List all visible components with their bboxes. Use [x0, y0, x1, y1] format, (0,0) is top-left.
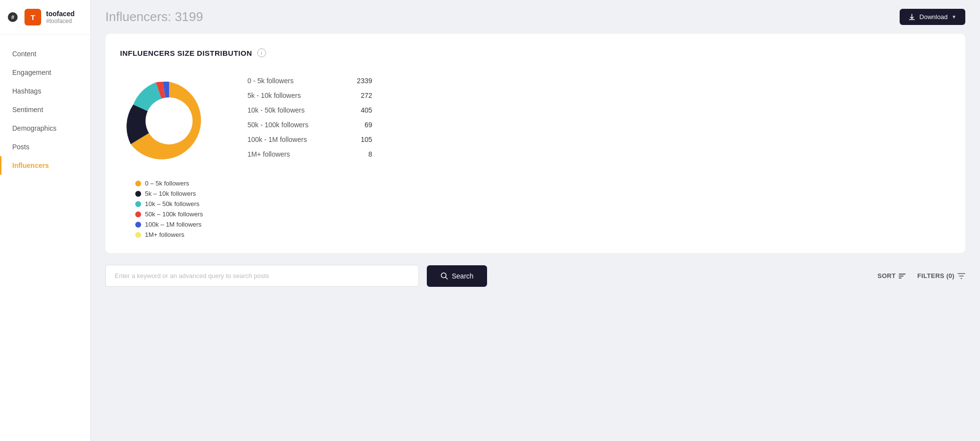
hashtag-icon: #: [8, 12, 18, 22]
stats-row-4: 100k - 1M followers 105: [247, 136, 372, 143]
sidebar-item-influencers[interactable]: Influencers: [0, 156, 90, 175]
sidebar-item-demographics[interactable]: Demographics: [0, 119, 90, 138]
stats-label-0: 0 - 5k followers: [247, 77, 294, 85]
legend-label-10k-50k: 10k – 50k followers: [145, 200, 199, 208]
chevron-down-icon: ▼: [952, 14, 956, 20]
sort-icon: [899, 274, 906, 279]
download-icon: [908, 14, 915, 21]
sidebar-item-posts[interactable]: Posts: [0, 138, 90, 156]
legend-label-0-5k: 0 – 5k followers: [145, 180, 189, 187]
stats-label-2: 10k - 50k followers: [247, 106, 305, 114]
search-icon: [441, 272, 448, 279]
stats-value-3: 69: [348, 121, 372, 129]
nav-menu: Content Engagement Hashtags Sentiment De…: [0, 35, 90, 185]
stats-row-5: 1M+ followers 8: [247, 150, 372, 158]
sidebar-item-content[interactable]: Content: [0, 45, 90, 63]
sidebar-item-hashtags[interactable]: Hashtags: [0, 82, 90, 100]
legend-item-10k-50k: 10k – 50k followers: [135, 200, 203, 208]
donut-chart: [120, 72, 218, 170]
filters-button[interactable]: FILTERS (0): [917, 272, 965, 280]
main-content: Influencers: 3199 Download ▼ INFLUENCERS…: [91, 0, 980, 441]
stats-row-2: 10k - 50k followers 405: [247, 106, 372, 114]
stats-value-4: 105: [348, 136, 372, 143]
legend-item-5k-10k: 5k – 10k followers: [135, 190, 203, 197]
legend-item-100k-1m: 100k – 1M followers: [135, 221, 203, 228]
chart-legend: 0 – 5k followers 5k – 10k followers 10k …: [135, 180, 203, 238]
stats-row-3: 50k - 100k followers 69: [247, 121, 372, 129]
content-area: INFLUENCERS SIZE DISTRIBUTION i: [91, 34, 980, 441]
stats-value-1: 272: [348, 92, 372, 99]
stats-label-3: 50k - 100k followers: [247, 121, 309, 129]
legend-dot-0-5k: [135, 181, 141, 186]
legend-label-5k-10k: 5k – 10k followers: [145, 190, 196, 197]
stats-value-5: 8: [348, 150, 372, 158]
card-title-row: INFLUENCERS SIZE DISTRIBUTION i: [120, 48, 951, 57]
stats-label-4: 100k - 1M followers: [247, 136, 307, 143]
legend-dot-50k-100k: [135, 211, 141, 217]
sidebar: # T toofaced #toofaced Content Engagemen…: [0, 0, 91, 441]
legend-dot-5k-10k: [135, 191, 141, 197]
sort-button[interactable]: SORT: [878, 272, 906, 279]
stats-row-0: 0 - 5k followers 2339: [247, 77, 372, 85]
legend-item-0-5k: 0 – 5k followers: [135, 180, 203, 187]
legend-label-50k-100k: 50k – 100k followers: [145, 210, 203, 218]
legend-label-100k-1m: 100k – 1M followers: [145, 221, 202, 228]
stats-value-2: 405: [348, 106, 372, 114]
filter-icon: [957, 272, 965, 280]
search-bar-container: Search SORT FILTERS (0): [105, 265, 965, 287]
brand-avatar: T: [24, 9, 41, 25]
sidebar-item-engagement[interactable]: Engagement: [0, 63, 90, 82]
brand-handle: #toofaced: [46, 18, 74, 24]
search-button[interactable]: Search: [427, 265, 487, 287]
brand-section: # T toofaced #toofaced: [0, 0, 90, 35]
page-title: Influencers: 3199: [105, 9, 203, 24]
page-header: Influencers: 3199 Download ▼: [91, 0, 980, 34]
legend-dot-1m+: [135, 232, 141, 238]
chart-left: 0 – 5k followers 5k – 10k followers 10k …: [120, 72, 218, 238]
stats-value-0: 2339: [348, 77, 372, 85]
brand-info: toofaced #toofaced: [46, 10, 74, 24]
stats-table: 0 - 5k followers 2339 5k - 10k followers…: [247, 77, 372, 158]
stats-row-1: 5k - 10k followers 272: [247, 92, 372, 99]
sidebar-item-sentiment[interactable]: Sentiment: [0, 100, 90, 119]
legend-dot-100k-1m: [135, 222, 141, 228]
stats-label-5: 1M+ followers: [247, 150, 290, 158]
brand-name: toofaced: [46, 10, 74, 18]
card-title: INFLUENCERS SIZE DISTRIBUTION: [120, 49, 252, 57]
search-input[interactable]: [105, 265, 419, 287]
legend-dot-10k-50k: [135, 201, 141, 207]
legend-label-1m+: 1M+ followers: [145, 231, 185, 238]
legend-item-1m+: 1M+ followers: [135, 231, 203, 238]
info-icon[interactable]: i: [257, 48, 266, 57]
chart-content: 0 – 5k followers 5k – 10k followers 10k …: [120, 72, 951, 238]
search-input-wrap: [105, 265, 419, 287]
legend-item-50k-100k: 50k – 100k followers: [135, 210, 203, 218]
chart-card: INFLUENCERS SIZE DISTRIBUTION i: [105, 34, 965, 253]
sort-filters: SORT FILTERS (0): [878, 272, 965, 280]
stats-label-1: 5k - 10k followers: [247, 92, 301, 99]
download-button[interactable]: Download ▼: [900, 9, 965, 25]
donut-hole: [146, 97, 193, 144]
